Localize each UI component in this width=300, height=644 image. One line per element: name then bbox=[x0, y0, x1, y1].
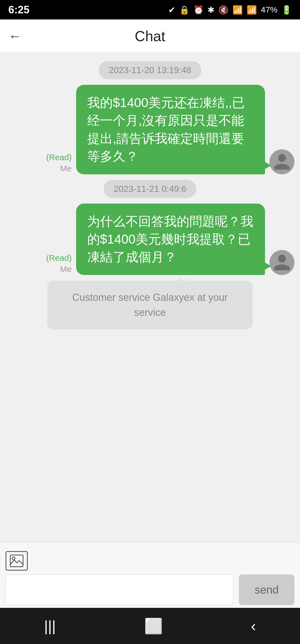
message-meta-2: (Read) Me bbox=[46, 253, 72, 274]
message-row-2: (Read) Me 为什么不回答我的問題呢？我的$1400美元幾时我提取？已凍結… bbox=[6, 204, 294, 275]
status-time: 6:25 bbox=[8, 4, 29, 16]
message-input[interactable] bbox=[6, 574, 233, 605]
mute-icon: 🔇 bbox=[218, 5, 229, 15]
avatar-2 bbox=[269, 250, 294, 275]
bag-icon: 🔒 bbox=[179, 5, 189, 15]
wifi-icon: 📶 bbox=[232, 5, 243, 15]
chat-body: WikiBit 2023-11-20 13:19:48 (Read) Me 我的… bbox=[0, 53, 300, 543]
svg-point-1 bbox=[12, 557, 15, 560]
nav-home-icon[interactable]: ⬜ bbox=[144, 617, 163, 635]
me-label-1: Me bbox=[60, 164, 72, 173]
back-button[interactable]: ← bbox=[8, 28, 22, 44]
me-label-2: Me bbox=[60, 264, 72, 274]
svg-rect-0 bbox=[10, 555, 23, 567]
timestamp-1: 2023-11-20 13:19:48 bbox=[99, 61, 201, 79]
status-bar: 6:25 ✔ 🔒 ⏰ ✱ 🔇 📶 📶 47% 🔋 bbox=[0, 0, 300, 19]
bluetooth-icon: ✱ bbox=[208, 5, 214, 15]
bottom-toolbar: send bbox=[0, 543, 300, 608]
send-button[interactable]: send bbox=[239, 574, 294, 605]
nav-back-icon[interactable]: ‹ bbox=[251, 617, 256, 635]
input-row: send bbox=[6, 574, 294, 605]
alarm-icon: ⏰ bbox=[193, 5, 204, 15]
battery-label: 47% bbox=[261, 5, 278, 14]
message-bubble-1: 我的$1400美元还在凍结,,已经一个月,沒有原因只是不能提出,請告诉我確定時間… bbox=[76, 85, 265, 174]
image-attach-button[interactable] bbox=[6, 551, 28, 571]
page-title: Chat bbox=[135, 28, 165, 44]
image-icon-row bbox=[6, 548, 294, 574]
system-message: Customer service Galaxyex at your servic… bbox=[47, 281, 253, 330]
message-row-1: (Read) Me 我的$1400美元还在凍结,,已经一个月,沒有原因只是不能提… bbox=[6, 85, 294, 174]
message-meta-1: (Read) Me bbox=[46, 153, 72, 173]
battery-icon: 🔋 bbox=[281, 5, 292, 15]
avatar-1 bbox=[269, 149, 294, 174]
nav-bar: ||| ⬜ ‹ bbox=[0, 608, 300, 644]
message-bubble-2: 为什么不回答我的問題呢？我的$1400美元幾时我提取？已凍結了成個月？ bbox=[76, 204, 265, 275]
nav-recent-apps-icon[interactable]: ||| bbox=[44, 617, 56, 635]
app-header: ← Chat bbox=[0, 19, 300, 53]
read-label-2: (Read) bbox=[46, 253, 72, 263]
timestamp-2: 2023-11-21 0:49:6 bbox=[104, 180, 196, 198]
signal-icon: 📶 bbox=[247, 5, 257, 15]
check-icon: ✔ bbox=[168, 5, 175, 15]
status-icons: ✔ 🔒 ⏰ ✱ 🔇 📶 📶 47% 🔋 bbox=[168, 5, 292, 15]
read-label-1: (Read) bbox=[46, 153, 72, 162]
